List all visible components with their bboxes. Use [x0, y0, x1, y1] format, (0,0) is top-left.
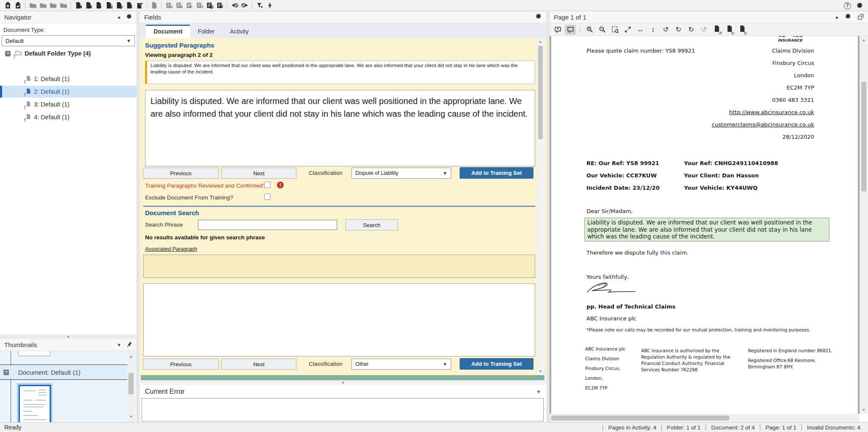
add-comment-icon[interactable] [552, 25, 563, 35]
fields-scrollbar[interactable]: ▲ ▼ [537, 38, 544, 375]
zoom-in-icon[interactable] [584, 25, 595, 35]
associated-paragraph-box[interactable] [143, 255, 535, 278]
scroll-up-icon[interactable]: ▲ [860, 38, 868, 42]
pin-icon[interactable] [126, 341, 132, 348]
panel-splitter[interactable]: ▼ [140, 380, 546, 385]
fit-width-icon[interactable]: ↔ [635, 25, 646, 35]
scroll-down-icon[interactable]: ▼ [537, 369, 544, 373]
rotate-cw-icon[interactable]: ↻ [686, 25, 697, 35]
scroll-up-icon[interactable]: ▲ [127, 354, 135, 359]
page-thumbnail-selected[interactable] [17, 383, 53, 422]
chevron-down-icon[interactable]: ▼ [536, 389, 541, 394]
paragraph-editor[interactable]: Liability is disputed. We are informed t… [145, 90, 535, 166]
chevron-down-icon[interactable]: ▾ [117, 342, 120, 348]
delete-document-icon[interactable] [124, 1, 134, 10]
rotate-right-icon[interactable]: ↻ [673, 25, 684, 35]
comment-icon[interactable] [565, 25, 576, 35]
rotate-page-right-icon[interactable]: ↻ [724, 25, 735, 35]
search-phrase-input[interactable] [198, 220, 337, 230]
settings-icon[interactable] [854, 1, 865, 10]
tab-activity[interactable]: Activity [222, 25, 256, 38]
block-document-icon[interactable] [114, 1, 124, 10]
export-page-icon[interactable] [134, 1, 144, 10]
tree-root-folder[interactable]: − ! Default Folder Type (4) [0, 48, 137, 59]
add-page-icon[interactable] [149, 1, 159, 10]
tree-item-1[interactable]: ! 1: Default (1) [0, 73, 137, 85]
tab-folder[interactable]: Folder [190, 25, 222, 38]
collapse-node-icon[interactable]: − [5, 51, 11, 56]
delete-paragraph-icon[interactable] [215, 1, 225, 10]
rotate-page-180-icon[interactable]: ↻ [737, 25, 748, 35]
next-error-icon[interactable] [240, 1, 250, 10]
zoom-out-icon[interactable] [597, 25, 608, 35]
scrollbar-thumb[interactable] [861, 82, 866, 191]
filter-next-icon[interactable] [254, 1, 265, 10]
training-reviewed-checkbox[interactable] [264, 182, 271, 188]
popout-window-icon[interactable] [857, 14, 864, 21]
paragraph-preview-box[interactable]: Liability is disputed. We are informed t… [145, 61, 535, 84]
rotate-left-icon[interactable]: ↺ [660, 25, 671, 35]
search-button[interactable]: Search [346, 219, 398, 230]
first-paragraph-icon[interactable] [164, 1, 174, 10]
scroll-up-icon[interactable]: ▲ [537, 39, 544, 44]
previous-thumbnail-partial[interactable] [18, 351, 50, 356]
previous-result-button[interactable]: Previous [143, 359, 219, 370]
tree-item-4[interactable]: ! 4: Default (1) [0, 111, 137, 123]
add-to-training-set-button[interactable]: Add to Training Set [460, 167, 533, 179]
previous-paragraph-icon[interactable] [174, 1, 184, 10]
current-error-header[interactable]: Current Error ▼ [140, 385, 546, 398]
horizontal-scrollbar-teal[interactable] [141, 375, 544, 380]
tree-item-3[interactable]: ! 3: Default (1) [0, 98, 137, 110]
document-viewer[interactable]: ABC INSURANCE Please quote claim number:… [550, 36, 860, 414]
scroll-down-icon[interactable]: ▼ [127, 415, 135, 419]
last-document-icon[interactable] [103, 1, 114, 10]
page-horizontal-scrollbar[interactable] [550, 414, 860, 422]
reject-clipboard-icon[interactable] [3, 1, 13, 10]
thumbnails-scrollbar[interactable]: ▲ ▼ [127, 351, 135, 422]
scrollbar-thumb[interactable] [551, 415, 729, 421]
scroll-down-icon[interactable]: ▼ [860, 408, 868, 412]
help-icon[interactable]: ? [844, 2, 851, 9]
previous-document-icon[interactable] [83, 1, 93, 10]
scrollbar-thumb[interactable] [128, 373, 134, 394]
classification-dropdown[interactable]: Dispute of Liability ▼ [352, 168, 451, 179]
last-paragraph-icon[interactable] [194, 1, 204, 10]
search-result-paragraph-box[interactable] [143, 283, 535, 356]
last-folder-icon[interactable] [58, 1, 68, 10]
next-paragraph-icon[interactable] [184, 1, 194, 10]
collapse-panel-icon[interactable]: ◂ [117, 14, 120, 20]
document-type-dropdown[interactable]: Default ▼ [2, 35, 135, 46]
previous-error-icon[interactable] [229, 1, 240, 10]
thumbnail-group-row[interactable]: − Document: Default (1) [0, 366, 127, 379]
next-result-button[interactable]: Next [221, 359, 296, 370]
next-paragraph-button[interactable]: Next [221, 168, 296, 179]
first-folder-icon[interactable] [28, 1, 38, 10]
expand-panel-icon[interactable]: ▸ [836, 14, 839, 20]
page-settings-icon[interactable] [845, 13, 851, 21]
add-to-training-set-button-2[interactable]: Add to Training Set [460, 358, 533, 370]
panel-splitter[interactable]: ▼ [0, 334, 137, 339]
zoom-region-icon[interactable] [609, 25, 620, 35]
fields-settings-icon[interactable] [535, 13, 542, 21]
previous-folder-icon[interactable] [38, 1, 48, 10]
next-document-icon[interactable] [93, 1, 103, 10]
collapse-group-icon[interactable]: − [3, 370, 9, 375]
classification-dropdown-2[interactable]: Other ▼ [352, 359, 451, 370]
previous-paragraph-button[interactable]: Previous [143, 168, 219, 179]
exclude-from-training-checkbox[interactable] [264, 194, 271, 200]
rotate-ccw-icon[interactable]: ↺ [698, 25, 709, 35]
scrollbar-thumb[interactable] [538, 46, 543, 139]
page-vertical-scrollbar[interactable]: ▲ ▼ [860, 36, 868, 414]
fit-page-icon[interactable] [622, 25, 633, 35]
block-paragraph-icon[interactable] [204, 1, 215, 10]
process-lightning-icon[interactable] [265, 1, 275, 10]
first-document-icon[interactable] [73, 1, 83, 10]
navigator-settings-icon[interactable] [126, 14, 132, 21]
confirm-clipboard-icon[interactable] [13, 1, 23, 10]
associated-paragraph-link[interactable]: Associated Paragraph [145, 246, 197, 252]
fit-height-icon[interactable]: ↕ [648, 25, 659, 35]
tree-item-2-selected[interactable]: ! 2: Default (1) [0, 86, 137, 98]
tab-document[interactable]: Document [146, 25, 190, 38]
highlighted-paragraph[interactable]: Liability is disputed. We are informed t… [584, 218, 829, 241]
rotate-page-left-icon[interactable]: ↺ [711, 25, 722, 35]
